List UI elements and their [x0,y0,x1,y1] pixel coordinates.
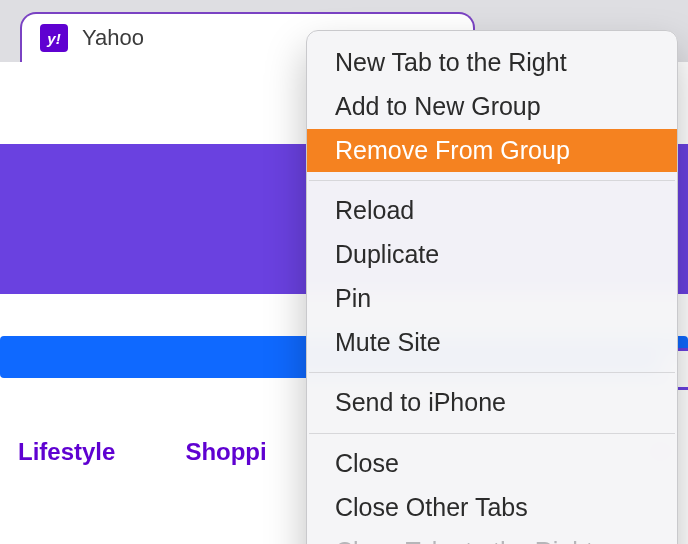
menu-remove-from-group[interactable]: Remove From Group [307,129,677,173]
menu-separator [309,433,675,434]
yahoo-favicon: y! [40,24,68,52]
menu-add-to-new-group[interactable]: Add to New Group [307,85,677,129]
menu-reload[interactable]: Reload [307,189,677,233]
menu-send-to-iphone[interactable]: Send to iPhone [307,381,677,425]
category-shopping[interactable]: Shoppi [185,438,266,466]
menu-close-tabs-right: Close Tabs to the Right [307,530,677,545]
browser-window: y! Yahoo × Lifestyle Shoppi M New Tab to… [0,0,688,544]
menu-duplicate[interactable]: Duplicate [307,233,677,277]
menu-separator [309,372,675,373]
tab-title: Yahoo [82,25,144,51]
menu-pin[interactable]: Pin [307,277,677,321]
menu-close-other-tabs[interactable]: Close Other Tabs [307,486,677,530]
category-lifestyle[interactable]: Lifestyle [18,438,115,466]
menu-separator [309,180,675,181]
menu-new-tab-right[interactable]: New Tab to the Right [307,41,677,85]
menu-close[interactable]: Close [307,442,677,486]
tab-context-menu: New Tab to the Right Add to New Group Re… [306,30,678,544]
menu-mute-site[interactable]: Mute Site [307,321,677,365]
